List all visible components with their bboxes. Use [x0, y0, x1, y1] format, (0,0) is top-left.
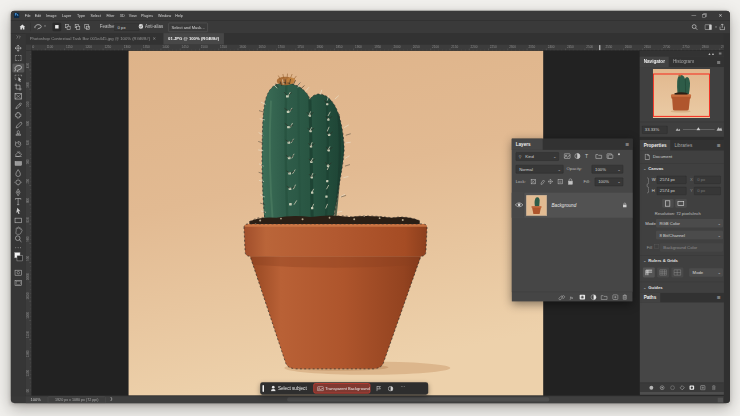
svg-text:1350: 1350	[143, 45, 150, 49]
svg-text:1900: 1900	[355, 45, 362, 49]
svg-text:1250: 1250	[104, 45, 111, 49]
svg-text:1600: 1600	[239, 45, 246, 49]
svg-text:2600: 2600	[625, 45, 632, 49]
svg-text:800: 800	[26, 198, 30, 203]
svg-text:1550: 1550	[220, 45, 227, 49]
svg-text:2100: 2100	[432, 45, 439, 49]
svg-text:650: 650	[26, 140, 30, 145]
svg-text:450: 450	[26, 63, 30, 68]
svg-text:1300: 1300	[124, 45, 131, 49]
svg-text:2350: 2350	[528, 45, 535, 49]
svg-text:2200: 2200	[471, 45, 478, 49]
svg-text:950: 950	[26, 256, 30, 261]
svg-text:2250: 2250	[490, 45, 497, 49]
svg-text:2650: 2650	[644, 45, 651, 49]
svg-text:2050: 2050	[413, 45, 420, 49]
svg-text:600: 600	[26, 121, 30, 126]
svg-text:fx: fx	[570, 295, 574, 300]
svg-text:2150: 2150	[451, 45, 458, 49]
svg-text:1200: 1200	[26, 350, 30, 357]
svg-text:1700: 1700	[278, 45, 285, 49]
svg-text:2450: 2450	[567, 45, 574, 49]
svg-text:850: 850	[26, 217, 30, 222]
svg-text:1500: 1500	[201, 45, 208, 49]
svg-text:700: 700	[26, 159, 30, 164]
svg-text:1450: 1450	[182, 45, 189, 49]
svg-text:1150: 1150	[66, 45, 73, 49]
svg-text:750: 750	[26, 178, 30, 183]
svg-text:500: 500	[26, 82, 30, 87]
svg-text:1050: 1050	[26, 292, 30, 299]
svg-text:1100: 1100	[47, 45, 54, 49]
svg-text:1100: 1100	[26, 312, 30, 319]
svg-text:1850: 1850	[336, 45, 343, 49]
svg-text:2700: 2700	[663, 45, 670, 49]
svg-text:1300: 1300	[26, 389, 30, 393]
svg-text:2550: 2550	[605, 45, 612, 49]
svg-text:900: 900	[26, 236, 30, 241]
svg-text:1400: 1400	[162, 45, 169, 49]
svg-text:1650: 1650	[259, 45, 266, 49]
svg-text:1250: 1250	[26, 369, 30, 376]
svg-text:1750: 1750	[297, 45, 304, 49]
svg-text:2500: 2500	[586, 45, 593, 49]
svg-text:2300: 2300	[509, 45, 516, 49]
svg-text:2000: 2000	[394, 45, 401, 49]
svg-text:2400: 2400	[548, 45, 555, 49]
svg-text:1000: 1000	[26, 273, 30, 280]
svg-text:1950: 1950	[374, 45, 381, 49]
svg-text:1800: 1800	[316, 45, 323, 49]
svg-text:550: 550	[26, 101, 30, 106]
svg-text:2750: 2750	[683, 45, 690, 49]
svg-text:1150: 1150	[26, 331, 30, 338]
svg-text:2800: 2800	[702, 45, 709, 49]
svg-text:1200: 1200	[85, 45, 92, 49]
svg-text:T: T	[585, 153, 588, 159]
